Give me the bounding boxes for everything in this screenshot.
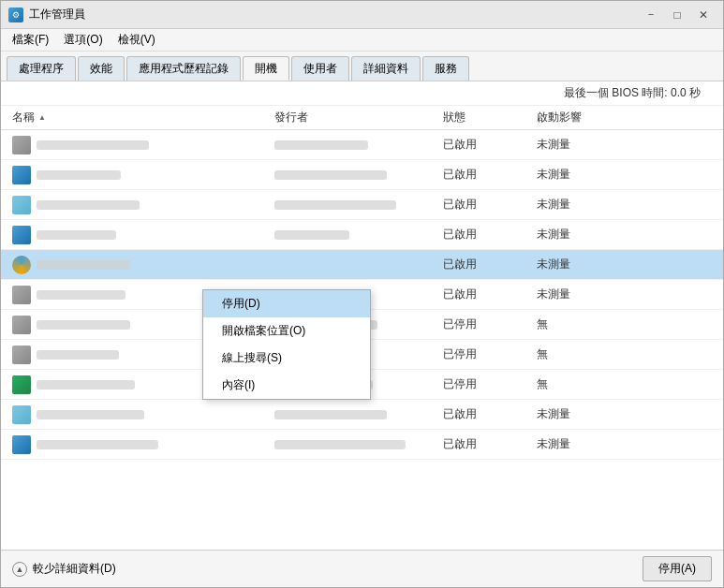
col-header-name[interactable]: 名稱 ▲ (5, 106, 267, 129)
publisher-placeholder (274, 140, 368, 150)
cell-impact: 無 (529, 345, 642, 364)
table-row[interactable]: 已啟用 未測量 (1, 250, 723, 280)
publisher-placeholder (274, 200, 396, 210)
cell-name (5, 194, 267, 216)
publisher-placeholder (274, 230, 349, 240)
cell-status: 已停用 (436, 315, 529, 334)
publisher-placeholder (274, 170, 387, 180)
table-row[interactable]: 已啟用 未測量 (1, 400, 723, 430)
publisher-placeholder (274, 440, 406, 449)
window-controls: － □ ✕ (639, 5, 716, 25)
sort-arrow-icon: ▲ (38, 113, 46, 122)
table-row[interactable]: 已啟用 未測量 (1, 160, 723, 190)
minimize-button[interactable]: － (639, 5, 663, 25)
cell-name (5, 254, 267, 276)
cell-impact: 未測量 (529, 255, 642, 274)
name-placeholder (37, 410, 144, 419)
cell-status: 已停用 (436, 345, 529, 364)
name-placeholder (37, 320, 130, 330)
menu-bar: 檔案(F) 選項(O) 檢視(V) (1, 29, 723, 51)
cell-impact: 未測量 (529, 165, 642, 184)
cell-status: 已啟用 (436, 135, 529, 154)
tab-performance[interactable]: 效能 (78, 56, 125, 81)
close-button[interactable]: ✕ (691, 5, 716, 25)
tab-details[interactable]: 詳細資料 (351, 56, 421, 81)
chevron-up-icon: ▲ (12, 562, 27, 577)
row-icon (12, 435, 31, 454)
cell-impact: 未測量 (529, 195, 642, 214)
cell-impact: 未測量 (529, 285, 642, 304)
name-placeholder (37, 380, 135, 390)
name-placeholder (37, 170, 121, 180)
col-header-publisher[interactable]: 發行者 (267, 106, 436, 129)
cell-name (5, 164, 267, 186)
action-button[interactable]: 停用(A) (643, 556, 712, 581)
table-header: 名稱 ▲ 發行者 狀態 啟動影響 (1, 106, 723, 130)
cell-publisher (267, 169, 436, 182)
tab-services[interactable]: 服務 (422, 56, 469, 81)
tab-users[interactable]: 使用者 (291, 56, 349, 81)
bios-time-label: 最後一個 BIOS 時間: (564, 85, 668, 101)
cell-status: 已停用 (436, 375, 529, 394)
row-icon (12, 136, 31, 154)
content-area: 最後一個 BIOS 時間: 0.0 秒 名稱 ▲ 發行者 狀態 啟動影響 (1, 81, 723, 550)
cell-status: 已啟用 (436, 434, 529, 454)
name-placeholder (37, 440, 158, 449)
row-icon (12, 166, 31, 184)
bios-time-value: 0.0 秒 (671, 85, 701, 101)
window-title: 工作管理員 (29, 7, 639, 22)
bios-time-bar: 最後一個 BIOS 時間: 0.0 秒 (1, 81, 723, 106)
cell-publisher (267, 263, 436, 267)
cell-publisher (267, 408, 436, 421)
table-row[interactable]: 已啟用 未測量 (1, 190, 723, 220)
tab-startup[interactable]: 開機 (243, 56, 289, 81)
cell-impact: 未測量 (529, 404, 642, 424)
menu-options[interactable]: 選項(O) (56, 29, 110, 51)
title-bar: ⚙ 工作管理員 － □ ✕ (1, 1, 723, 29)
tab-bar: 處理程序 效能 應用程式歷程記錄 開機 使用者 詳細資料 服務 (1, 51, 723, 81)
app-icon: ⚙ (8, 7, 23, 22)
cell-publisher (267, 139, 436, 152)
name-placeholder (37, 200, 140, 210)
name-placeholder (37, 290, 126, 300)
name-placeholder (37, 350, 119, 360)
context-menu-item-disable[interactable]: 停用(D) (203, 290, 370, 317)
name-placeholder (37, 230, 116, 240)
col-header-impact[interactable]: 啟動影響 (529, 106, 642, 129)
cell-status: 已啟用 (436, 195, 529, 214)
row-icon (12, 345, 31, 364)
row-icon (12, 316, 31, 334)
cell-status: 已啟用 (436, 165, 529, 184)
context-menu-item-search-online[interactable]: 線上搜尋(S) (203, 345, 370, 372)
tab-processes[interactable]: 處理程序 (7, 56, 76, 81)
row-icon (12, 226, 31, 244)
table-row[interactable]: 已啟用 未測量 (1, 130, 723, 160)
cell-name (5, 134, 267, 156)
name-placeholder (37, 260, 130, 270)
row-icon (12, 196, 31, 214)
menu-view[interactable]: 檢視(V) (111, 29, 163, 51)
details-label: 較少詳細資料(D) (33, 561, 116, 577)
main-window: ⚙ 工作管理員 － □ ✕ 檔案(F) 選項(O) 檢視(V) 處理程序 效能 … (0, 0, 724, 588)
cell-impact: 無 (529, 315, 642, 334)
context-menu-item-open-location[interactable]: 開啟檔案位置(O) (203, 317, 370, 345)
bottom-bar: ▲ 較少詳細資料(D) 停用(A) (1, 550, 723, 587)
cell-name (5, 224, 267, 246)
col-header-status[interactable]: 狀態 (436, 106, 529, 129)
table-row[interactable]: 已啟用 未測量 (1, 430, 723, 460)
cell-status: 已啟用 (436, 285, 529, 304)
cell-publisher (267, 438, 436, 451)
context-menu-item-properties[interactable]: 內容(I) (203, 372, 370, 399)
tab-app-history[interactable]: 應用程式歷程記錄 (126, 56, 241, 81)
name-placeholder (37, 140, 149, 150)
menu-file[interactable]: 檔案(F) (5, 29, 56, 51)
cell-impact: 未測量 (529, 434, 642, 454)
cell-status: 已啟用 (436, 404, 529, 424)
table-row[interactable]: 已啟用 未測量 (1, 220, 723, 250)
cell-name (5, 434, 267, 456)
maximize-button[interactable]: □ (665, 5, 689, 25)
details-toggle[interactable]: ▲ 較少詳細資料(D) (12, 561, 116, 577)
row-icon (12, 286, 31, 304)
row-icon (12, 375, 31, 394)
cell-status: 已啟用 (436, 255, 529, 274)
